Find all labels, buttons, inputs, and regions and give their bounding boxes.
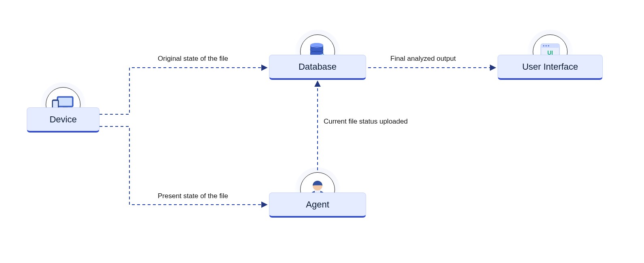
svg-point-24	[543, 45, 544, 46]
node-label: User Interface	[522, 62, 578, 72]
svg-point-26	[548, 45, 549, 46]
edge-label-database-to-ui: Final analyzed output	[390, 55, 456, 63]
node-user-interface: UI User Interface	[498, 55, 603, 80]
node-agent: Agent	[269, 192, 366, 218]
svg-point-25	[545, 45, 547, 46]
node-card: Database	[269, 55, 366, 80]
node-device: Device	[27, 107, 100, 133]
svg-rect-1	[58, 98, 72, 106]
node-card: Device	[27, 107, 100, 133]
diagram-canvas: Device Database	[0, 0, 644, 263]
node-database: Database	[269, 55, 366, 80]
edge-device-to-database	[100, 68, 267, 114]
node-card: Agent	[269, 192, 366, 218]
edge-label-agent-to-database: Current file status uploaded	[324, 118, 408, 126]
node-card: User Interface	[498, 55, 603, 80]
node-label: Device	[49, 114, 76, 125]
node-label: Agent	[306, 199, 329, 210]
node-label: Database	[299, 62, 337, 72]
edge-label-device-to-agent: Present state of the file	[158, 192, 228, 200]
edge-label-device-to-database: Original state of the file	[158, 55, 228, 63]
